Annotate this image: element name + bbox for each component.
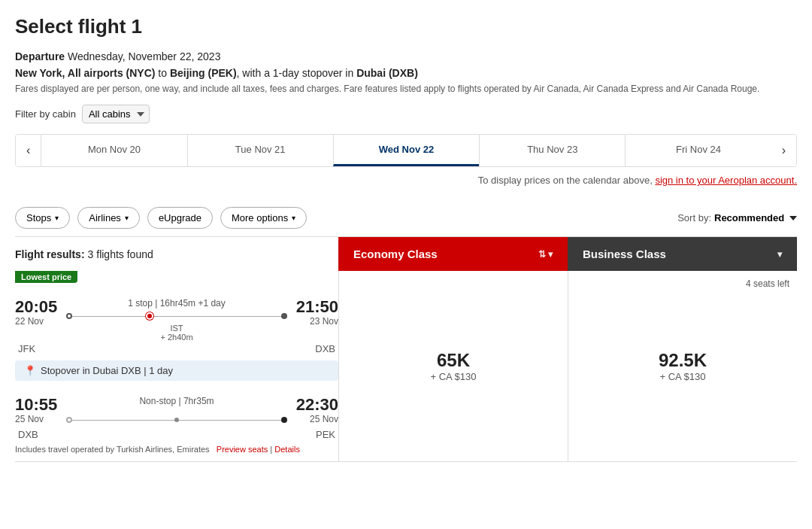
business-price-points: 92.5K bbox=[659, 350, 707, 371]
business-price-cell[interactable]: 4 seats left 92.5K + CA $130 bbox=[568, 271, 797, 461]
aeroplan-note: To display prices on the calendar above,… bbox=[15, 175, 797, 186]
leg2-mid-icon bbox=[174, 418, 179, 422]
leg2-arr-dot-icon bbox=[281, 417, 287, 423]
airlines-filter-label: Airlines bbox=[89, 212, 121, 223]
arr-dot-icon bbox=[281, 313, 287, 319]
route-line: New York, All airports (NYC) to Beijing … bbox=[15, 67, 797, 79]
leg2-arr-iata: PEK bbox=[316, 429, 335, 440]
stopover-text: Stopover in Dubai DXB | 1 day bbox=[41, 365, 173, 376]
flight-leg1-middle: 1 stop | 16hr45m +1 day IST + 2h40m bbox=[60, 298, 293, 342]
leg2-arr-time: 22:30 bbox=[293, 396, 338, 414]
details-link[interactable]: Details bbox=[274, 445, 300, 454]
economy-price-cell[interactable]: 65K + CA $130 bbox=[338, 271, 568, 461]
eupgrade-filter-label: eUpgrade bbox=[159, 212, 201, 223]
sort-row: Sort by: Recommended Price Duration bbox=[677, 212, 797, 223]
calendar-day-0[interactable]: Mon Nov 20 bbox=[41, 135, 186, 166]
calendar-nav: ‹ Mon Nov 20 Tue Nov 21 Wed Nov 22 Thu N… bbox=[15, 134, 797, 167]
flight-card-left-0: Lowest price 20:05 22 Nov 1 stop | 16hr4… bbox=[15, 271, 338, 461]
flight-line-leg2 bbox=[66, 415, 287, 424]
dep-block: 20:05 22 Nov bbox=[15, 298, 60, 327]
business-sort-arrows-icon: ▾ bbox=[777, 249, 782, 260]
flight-line-leg1 bbox=[66, 312, 287, 321]
sort-select[interactable]: Recommended Price Duration bbox=[714, 212, 797, 223]
pin-icon: 📍 bbox=[24, 365, 36, 376]
layover-label: + 2h40m bbox=[66, 333, 287, 342]
stop-dot-icon bbox=[146, 312, 153, 320]
business-class-header[interactable]: Business Class ▾ bbox=[568, 237, 797, 271]
dep-dot-icon bbox=[66, 313, 72, 319]
leg2-stops-info: Non-stop | 7hr35m bbox=[66, 396, 287, 406]
economy-class-label: Economy Class bbox=[353, 248, 438, 260]
departure-date: Wednesday, November 22, 2023 bbox=[68, 50, 220, 62]
cabin-filter-label: Filter by cabin bbox=[15, 108, 76, 120]
dep-time: 20:05 bbox=[15, 298, 60, 316]
leg1-stops-info: 1 stop | 16hr45m +1 day bbox=[66, 298, 287, 309]
lowest-price-badge: Lowest price bbox=[15, 271, 77, 283]
flight-results-count: 3 flights found bbox=[88, 248, 153, 260]
arr-block: 21:50 23 Nov bbox=[293, 298, 338, 327]
calendar-day-1[interactable]: Tue Nov 21 bbox=[187, 135, 333, 166]
preview-seats-link[interactable]: Preview seats bbox=[217, 445, 268, 454]
flight-track bbox=[66, 316, 287, 317]
stops-chevron-icon: ▾ bbox=[55, 214, 59, 222]
cabin-filter-select[interactable]: All cabins Economy Business First bbox=[82, 105, 150, 123]
flight-leg2: 10:55 25 Nov Non-stop | 7hr35m 22: bbox=[15, 396, 338, 440]
seats-left-badge: 4 seats left bbox=[746, 278, 789, 289]
leg2-dep-date: 25 Nov bbox=[15, 414, 60, 424]
economy-sort-arrows-icon: ⇅ ▾ bbox=[538, 249, 553, 260]
sort-label: Sort by: bbox=[677, 212, 711, 223]
results-label: Flight results: 3 flights found bbox=[15, 237, 338, 271]
stops-filter-label: Stops bbox=[26, 212, 51, 223]
ist-label: IST bbox=[66, 324, 287, 333]
economy-class-header[interactable]: Economy Class ⇅ ▾ bbox=[338, 237, 568, 271]
leg2-dep-dot-icon bbox=[66, 417, 72, 423]
dep-iata: JFK bbox=[18, 343, 35, 354]
disclaimer: Fares displayed are per person, one way,… bbox=[15, 84, 797, 94]
airlines-chevron-icon: ▾ bbox=[125, 214, 129, 222]
travel-note: Includes travel operated by Turkish Airl… bbox=[15, 445, 338, 454]
calendar-day-2[interactable]: Wed Nov 22 bbox=[333, 135, 479, 166]
economy-price-cad: + CA $130 bbox=[430, 371, 476, 382]
more-options-filter-button[interactable]: More options ▾ bbox=[220, 207, 307, 229]
flight-results-label: Flight results: bbox=[15, 248, 85, 260]
leg2-iatas: DXB PEK bbox=[15, 427, 338, 440]
stopover-bar: 📍 Stopover in Dubai DXB | 1 day bbox=[15, 360, 338, 381]
airlines-filter-button[interactable]: Airlines ▾ bbox=[77, 207, 140, 229]
arr-iata: DXB bbox=[315, 343, 335, 354]
stops-filter-button[interactable]: Stops ▾ bbox=[15, 207, 70, 229]
arr-date: 23 Nov bbox=[293, 316, 338, 327]
calendar-prev-button[interactable]: ‹ bbox=[16, 135, 41, 166]
flight-leg1-times: 20:05 22 Nov 1 stop | 16hr45m +1 day IST… bbox=[15, 298, 338, 342]
more-options-filter-label: More options bbox=[232, 212, 288, 223]
leg2-dep-time: 10:55 bbox=[15, 396, 60, 414]
departure-label: Departure bbox=[15, 50, 65, 62]
business-price-cad: + CA $130 bbox=[659, 371, 705, 382]
aeroplan-signin-link[interactable]: sign in to your Aeroplan account. bbox=[655, 175, 797, 186]
dep-date: 22 Nov bbox=[15, 316, 60, 327]
top-controls: Stops ▾ Airlines ▾ eUpgrade More options… bbox=[15, 199, 797, 236]
flight-leg2-middle: Non-stop | 7hr35m bbox=[60, 396, 293, 427]
business-class-label: Business Class bbox=[583, 248, 666, 260]
flight-card-0: Lowest price 20:05 22 Nov 1 stop | 16hr4… bbox=[15, 271, 797, 462]
leg2-dep-iata: DXB bbox=[18, 429, 38, 440]
arr-time: 21:50 bbox=[293, 298, 338, 316]
more-options-chevron-icon: ▾ bbox=[292, 214, 295, 222]
leg2-dep-block: 10:55 25 Nov bbox=[15, 396, 60, 424]
filter-buttons: Stops ▾ Airlines ▾ eUpgrade More options… bbox=[15, 207, 307, 229]
leg2-arr-block: 22:30 25 Nov bbox=[293, 396, 338, 424]
leg2-arr-date: 25 Nov bbox=[293, 414, 338, 424]
results-header: Flight results: 3 flights found Economy … bbox=[15, 236, 797, 271]
calendar-next-button[interactable]: › bbox=[771, 135, 796, 166]
eupgrade-filter-button[interactable]: eUpgrade bbox=[147, 207, 213, 229]
calendar-day-4[interactable]: Fri Nov 24 bbox=[625, 135, 771, 166]
leg1-iatas: JFK DXB bbox=[15, 342, 338, 354]
flight-leg2-times: 10:55 25 Nov Non-stop | 7hr35m 22: bbox=[15, 396, 338, 427]
economy-price-points: 65K bbox=[437, 350, 470, 371]
calendar-day-3[interactable]: Thu Nov 23 bbox=[479, 135, 625, 166]
page-title: Select flight 1 bbox=[15, 15, 797, 38]
